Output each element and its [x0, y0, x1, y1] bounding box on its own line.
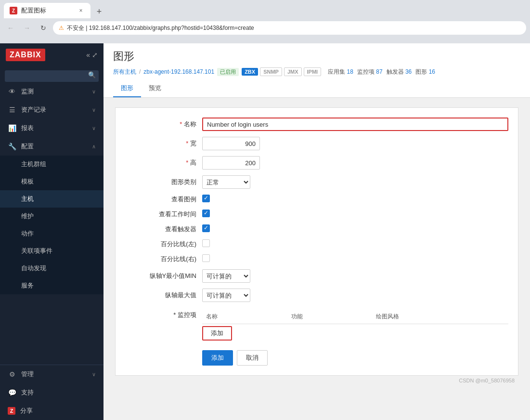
sidebar-item-reports[interactable]: 📊 报表 ∨ [0, 119, 103, 137]
ymax-row: 纵轴最大值 可计算的 固定 监控项 [125, 289, 508, 302]
tag-zbx[interactable]: ZBX [242, 68, 258, 76]
stat-triggers: 触发器 36 [387, 68, 412, 76]
new-tab-button[interactable]: + [92, 5, 106, 18]
refresh-button[interactable]: ↻ [37, 21, 50, 35]
breadcrumb-host[interactable]: zbx-agent-192.168.147.101 [143, 68, 214, 75]
name-label: * 名称 [125, 120, 202, 129]
sidebar-item-admin[interactable]: ⚙ 管理 ∨ [0, 365, 103, 383]
sidebar-item-actions[interactable]: 动作 [0, 225, 103, 242]
chevron-down-icon: ∨ [92, 125, 96, 131]
percentile-left-row: 百分比线(左) [125, 239, 508, 249]
browser-chrome: Z 配置图标 × + ← → ↻ ⚠ 不安全 | 192.168.147.100… [0, 0, 530, 43]
ymin-row: 纵轴Y最小值MIN 可计算的 固定 监控项 [125, 269, 508, 283]
sidebar-collapse-icon[interactable]: « [86, 51, 90, 59]
legend-row: 查看图例 [125, 195, 508, 204]
stat-graphs-value[interactable]: 16 [429, 68, 435, 75]
list-icon: ☰ [8, 105, 16, 114]
support-icon: 💬 [8, 388, 16, 397]
search-input[interactable] [5, 70, 99, 82]
width-label: * 宽 [125, 139, 202, 148]
add-item-button[interactable]: 添加 [202, 326, 232, 341]
percentile-left-label: 百分比线(左) [125, 240, 202, 249]
type-control: 正常 堆叠 饼图 分解饼图 [202, 175, 508, 189]
eye-icon: 👁 [8, 87, 16, 96]
sidebar-logo-icons: « ⤢ [86, 51, 98, 59]
tag-snmp[interactable]: SNMP [260, 67, 282, 76]
triggers-row: 查看触发器 [125, 224, 508, 234]
sidebar-item-config[interactable]: 🔧 配置 ∧ [0, 137, 103, 156]
sidebar-item-label: 资产记录 [21, 105, 87, 114]
sidebar-item-monitoring[interactable]: 👁 监测 ∨ [0, 82, 103, 101]
tag-ipmi[interactable]: IPMI [304, 67, 322, 76]
stat-triggers-value[interactable]: 36 [405, 68, 412, 75]
sidebar-item-support[interactable]: 💬 支持 [0, 383, 103, 402]
sidebar-item-templates[interactable]: 模板 [0, 173, 103, 190]
address-text: 不安全 | 192.168.147.100/zabbix/graphs.php?… [67, 24, 254, 32]
form-panel: * 名称 * 宽 [115, 107, 518, 376]
worktime-row: 查看工作时间 [125, 210, 508, 219]
percentile-right-checkbox[interactable] [202, 254, 210, 262]
percentile-right-label: 百分比线(右) [125, 255, 202, 263]
type-select[interactable]: 正常 堆叠 饼图 分解饼图 [202, 175, 250, 189]
active-tab[interactable]: Z 配置图标 × [4, 3, 90, 18]
legend-label: 查看图例 [125, 195, 202, 204]
width-row: * 宽 [125, 137, 508, 150]
sidebar: ZABBIX « ⤢ 🔍 👁 监测 ∨ ☰ 资产记录 ∨ 📊 报表 [0, 43, 103, 420]
breadcrumb-all-hosts[interactable]: 所有主机 [113, 68, 136, 76]
main-header: 图形 所有主机 / zbx-agent-192.168.147.101 已启用 … [103, 43, 530, 98]
stat-apps: 应用集 18 [328, 68, 353, 76]
tab-preview[interactable]: 预览 [141, 80, 169, 97]
ymin-control: 可计算的 固定 监控项 [202, 269, 508, 283]
height-label: * 高 [125, 158, 202, 167]
triggers-label: 查看触发器 [125, 225, 202, 234]
triggers-control [202, 224, 508, 234]
worktime-label: 查看工作时间 [125, 210, 202, 219]
breadcrumb-tags: ZBX SNMP JMX IPMI [242, 67, 321, 76]
width-input[interactable] [202, 137, 260, 150]
ymax-select[interactable]: 可计算的 固定 监控项 [202, 289, 250, 302]
add-button[interactable]: 添加 [202, 350, 233, 366]
tab-graph[interactable]: 图形 [113, 80, 141, 97]
sidebar-item-correlation[interactable]: 关联项事件 [0, 242, 103, 260]
ymin-select[interactable]: 可计算的 固定 监控项 [202, 269, 250, 283]
breadcrumb: 所有主机 / zbx-agent-192.168.147.101 已启用 ZBX… [113, 67, 520, 76]
chevron-down-icon: ∨ [92, 371, 96, 378]
gear-icon: ⚙ [8, 370, 16, 379]
chevron-up-icon: ∧ [92, 144, 96, 150]
height-input[interactable] [202, 156, 260, 170]
name-row: * 名称 [125, 118, 508, 131]
sidebar-item-share[interactable]: Z 分享 [0, 402, 103, 420]
chart-icon: 📊 [8, 124, 16, 132]
percentile-left-checkbox[interactable] [202, 239, 210, 247]
sidebar-item-label: 配置 [21, 142, 87, 151]
type-row: 图形类别 正常 堆叠 饼图 分解饼图 [125, 175, 508, 189]
worktime-checkbox[interactable] [202, 210, 210, 217]
app: ZABBIX « ⤢ 🔍 👁 监测 ∨ ☰ 资产记录 ∨ 📊 报表 [0, 43, 530, 420]
sidebar-item-hosts[interactable]: 主机 [0, 190, 103, 208]
config-submenu: 主机群组 模板 主机 维护 动作 关联项事件 自动发现 服务 [0, 156, 103, 294]
back-button[interactable]: ← [4, 21, 17, 35]
stat-apps-value[interactable]: 18 [347, 68, 353, 75]
col-name: 名称 [202, 310, 287, 324]
tab-close-button[interactable]: × [77, 7, 85, 14]
sidebar-item-hostgroups[interactable]: 主机群组 [0, 156, 103, 173]
monitoring-control: 名称 功能 绘图风格 添加 [202, 308, 508, 342]
tag-jmx[interactable]: JMX [284, 67, 302, 76]
cancel-button[interactable]: 取消 [237, 350, 268, 366]
legend-checkbox[interactable] [202, 195, 210, 202]
sidebar-item-assets[interactable]: ☰ 资产记录 ∨ [0, 101, 103, 119]
sidebar-item-services[interactable]: 服务 [0, 277, 103, 294]
sidebar-expand-icon[interactable]: ⤢ [92, 51, 98, 59]
name-input[interactable] [202, 118, 508, 131]
height-required: * [186, 159, 188, 166]
sidebar-item-discovery[interactable]: 自动发现 [0, 260, 103, 277]
forward-button[interactable]: → [20, 21, 34, 35]
main-content: 图形 所有主机 / zbx-agent-192.168.147.101 已启用 … [103, 43, 530, 420]
address-input[interactable]: ⚠ 不安全 | 192.168.147.100/zabbix/graphs.ph… [53, 21, 526, 35]
sidebar-item-maintenance[interactable]: 维护 [0, 208, 103, 225]
watermark: CSDN @m0_58076958 [115, 376, 518, 385]
triggers-checkbox[interactable] [202, 224, 210, 232]
stat-items-value[interactable]: 87 [376, 68, 382, 75]
width-control [202, 137, 508, 150]
form-buttons: 添加 取消 [125, 350, 508, 366]
